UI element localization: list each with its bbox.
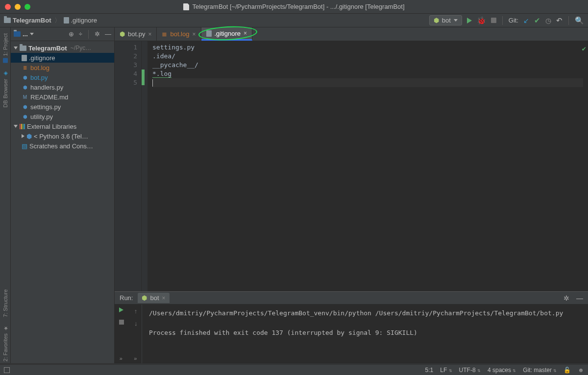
breadcrumb-project[interactable]: TelegramBot (4, 17, 51, 24)
folder-icon (14, 31, 21, 37)
line-number[interactable]: 3 (117, 61, 137, 70)
run-tab[interactable]: ⬢ bot × (138, 293, 169, 303)
tab-bot-log[interactable]: ≣ bot.log × (157, 27, 201, 41)
tree-file-readme[interactable]: M README.md (11, 92, 114, 102)
project-tool-button[interactable]: 1: Project (2, 30, 8, 66)
favorites-tool-button[interactable]: 2: Favorites ★ (2, 322, 8, 364)
locate-icon[interactable]: ⊕ (69, 30, 74, 38)
encoding[interactable]: UTF-8 ⇅ (459, 367, 481, 374)
breadcrumb-file[interactable]: .gitignore (64, 17, 97, 24)
search-everywhere-icon[interactable]: 🔍 (575, 16, 584, 25)
settings-icon[interactable]: ✲ (564, 294, 569, 302)
python-icon: ⬢ (434, 17, 439, 24)
console-line: Process finished with exit code 137 (int… (149, 328, 581, 338)
python-icon: ⬢ (26, 133, 32, 140)
rerun-button[interactable] (119, 307, 123, 312)
navigation-bar: TelegramBot 〉 .gitignore ⬢ bot 🐞 Git: ↙ … (0, 14, 588, 27)
project-view-selector[interactable]: ... (14, 30, 34, 38)
status-area: 4: Run ☰ 6: TODO ⎇ 9: Version Control ▤ … (0, 363, 588, 375)
db-browser-tool-button[interactable]: DB Browser ◈ (2, 68, 8, 111)
tree-file-gitignore[interactable]: .gitignore (11, 53, 114, 63)
down-stack-icon[interactable]: ↓ (134, 320, 138, 327)
stop-button[interactable] (119, 320, 124, 325)
toolbar-right: ⬢ bot 🐞 Git: ↙ ✔ ◷ ↶ 🔍 (429, 15, 584, 25)
tree-file-settings[interactable]: ⬢ settings.py (11, 102, 114, 112)
structure-tool-button[interactable]: 7: Structure (2, 286, 8, 320)
python-file-icon: ⬢ (22, 84, 28, 91)
python-sdk-label: < Python 3.6 (Tel… (34, 133, 88, 140)
debug-button[interactable]: 🐞 (477, 16, 486, 25)
log-file-icon: ≣ (162, 30, 167, 38)
expand-arrow-icon[interactable] (22, 134, 24, 138)
tree-python-sdk[interactable]: ⬢ < Python 3.6 (Tel… (11, 131, 114, 141)
vcs-history-icon[interactable]: ◷ (545, 17, 551, 24)
window-title: TelegramBot [~/PycharmProjects/TelegramB… (5, 3, 583, 10)
code-line[interactable]: settings.py (152, 43, 583, 52)
editor-body[interactable]: 1 2 3 4 5 settings.py .idea/ __pycache__… (115, 41, 588, 291)
vcs-commit-icon[interactable]: ✔ (534, 16, 540, 25)
tree-scratches[interactable]: ▧ Scratches and Cons… (11, 141, 114, 151)
code-line[interactable]: __pycache__/ (152, 61, 583, 70)
line-number[interactable]: 2 (117, 52, 137, 61)
indent[interactable]: 4 spaces ⇅ (488, 367, 516, 374)
hide-icon[interactable]: — (105, 30, 111, 38)
lock-icon[interactable]: 🔓 (564, 367, 571, 374)
tree-file-botlog[interactable]: ≣ bot.log (11, 63, 114, 72)
more-actions-icon[interactable]: » (120, 355, 122, 361)
vcs-update-icon[interactable]: ↙ (523, 17, 529, 24)
breadcrumb: TelegramBot 〉 .gitignore (4, 16, 429, 25)
close-tab-icon[interactable]: × (192, 31, 196, 38)
separator (502, 16, 503, 25)
more-actions-icon[interactable]: » (134, 355, 137, 361)
line-separator[interactable]: LF ⇅ (440, 367, 452, 374)
minimize-window-button[interactable] (15, 4, 21, 10)
close-window-button[interactable] (5, 4, 11, 10)
up-stack-icon[interactable]: ↑ (134, 307, 138, 315)
code-line[interactable] (152, 78, 583, 87)
tree-external-libraries[interactable]: External Libraries (11, 121, 114, 131)
code-line[interactable]: *.log (152, 70, 583, 78)
code-line[interactable]: .idea/ (152, 52, 583, 61)
breakpoint-gutter[interactable] (142, 41, 147, 291)
tree-file-handlers[interactable]: ⬢ handlers.py (11, 82, 114, 92)
tree-root[interactable]: TelegramBot ~/Pyc… (11, 43, 114, 53)
stop-button[interactable] (491, 18, 496, 23)
main-area: 1: Project DB Browser ◈ 7: Structure 2: … (0, 27, 588, 364)
quick-access-icon[interactable] (4, 367, 10, 373)
tree-file-utility[interactable]: ⬢ utility.py (11, 112, 114, 121)
tree-file-botpy[interactable]: ⬢ bot.py (11, 72, 114, 82)
vcs-change-marker (142, 70, 145, 85)
hector-icon[interactable]: ☻ (578, 367, 584, 374)
tab-bot-py[interactable]: ⬢ bot.py × (115, 27, 157, 41)
maximize-window-button[interactable] (24, 4, 30, 10)
python-file-icon: ⬢ (22, 113, 28, 120)
inspection-indicator[interactable]: ✔ (582, 44, 586, 53)
run-config-selector[interactable]: ⬢ bot (429, 15, 462, 25)
chevron-down-icon (30, 33, 34, 35)
git-branch[interactable]: Git: master ⇅ (523, 367, 557, 374)
run-button[interactable] (467, 18, 472, 23)
close-tab-icon[interactable]: × (148, 31, 151, 38)
expand-arrow-icon[interactable] (14, 47, 18, 49)
editor-tabs: ⬢ bot.py × ≣ bot.log × .gitignore × (115, 27, 588, 41)
folder-icon (20, 46, 26, 51)
close-tab-icon[interactable]: × (162, 295, 166, 302)
collapse-all-icon[interactable]: ÷ (79, 30, 82, 38)
settings-icon[interactable]: ✲ (95, 30, 100, 38)
hide-icon[interactable]: — (576, 294, 583, 302)
close-tab-icon[interactable]: × (244, 30, 247, 37)
run-toolbar: ↑ ↓ » » (115, 305, 142, 364)
project-icon (3, 58, 8, 63)
file-icon (22, 55, 27, 61)
run-console[interactable]: /Users/dmitriy/PycharmProjects/TelegramB… (142, 305, 588, 364)
line-number[interactable]: 4 (117, 70, 137, 78)
tab-gitignore[interactable]: .gitignore × (201, 27, 253, 41)
caret-position[interactable]: 5:1 (425, 367, 434, 374)
code-content[interactable]: settings.py .idea/ __pycache__/ *.log ✔ (147, 41, 588, 291)
line-number[interactable]: 1 (117, 43, 137, 52)
expand-arrow-icon[interactable] (14, 125, 18, 128)
vcs-revert-icon[interactable]: ↶ (556, 16, 563, 25)
window-controls (5, 4, 30, 10)
line-number[interactable]: 5 (117, 78, 137, 87)
external-libs-icon (20, 124, 25, 129)
